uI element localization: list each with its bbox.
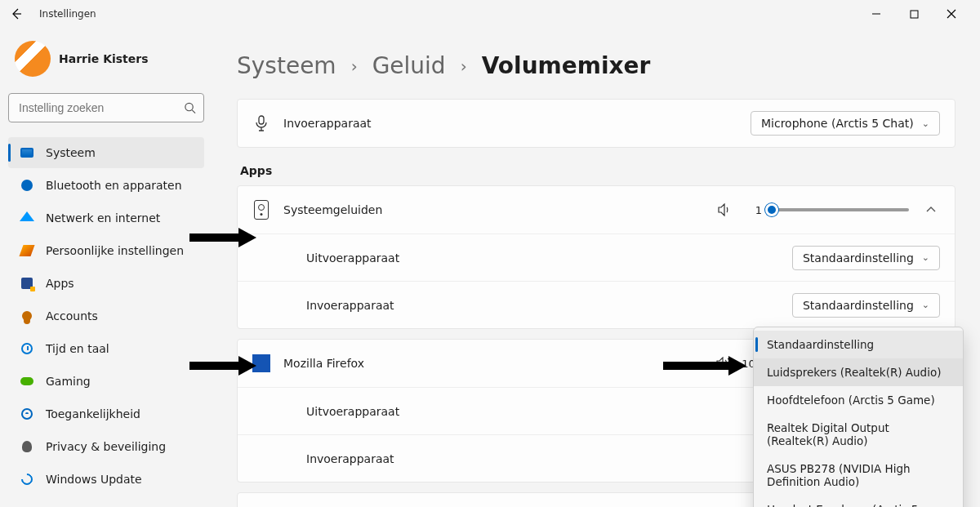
app-name: Systeemgeluiden: [283, 203, 705, 216]
chevron-right-icon: ›: [351, 56, 358, 76]
chevron-up-icon: [925, 204, 937, 216]
collapse-toggle[interactable]: [922, 201, 940, 219]
avatar: [15, 41, 51, 77]
volume-value: 1: [741, 204, 762, 216]
update-icon: [20, 472, 34, 487]
sidebar-item-label: Bluetooth en apparaten: [46, 179, 182, 192]
chevron-down-icon: ⌄: [922, 118, 929, 129]
volume-control: 1: [718, 203, 909, 216]
accounts-icon: [20, 309, 34, 323]
volume-icon[interactable]: [718, 203, 733, 216]
menu-item[interactable]: ASUS PB278 (NVIDIA High Definition Audio…: [754, 455, 963, 496]
sidebar-item-label: Systeem: [46, 146, 96, 159]
nav-list: Systeem Bluetooth en apparaten Netwerk e…: [8, 137, 204, 495]
chevron-down-icon: ⌄: [922, 252, 929, 263]
gaming-icon: [20, 374, 34, 389]
chevron-right-icon: ›: [461, 56, 467, 76]
sidebar-item-gaming[interactable]: Gaming: [8, 366, 204, 397]
sidebar-item-label: Windows Update: [46, 473, 142, 486]
arrow-left-icon: [10, 7, 23, 20]
user-block[interactable]: Harrie Kisters: [8, 31, 204, 90]
privacy-icon: [20, 439, 34, 454]
sidebar-item-privacy[interactable]: Privacy & beveiliging: [8, 431, 204, 462]
volume-slider[interactable]: [770, 208, 909, 211]
sidebar-item-label: Privacy & beveiliging: [46, 440, 166, 453]
svg-rect-0: [911, 11, 918, 18]
app-name: Mozilla Firefox: [283, 357, 703, 370]
personalize-icon: [20, 243, 34, 258]
menu-item[interactable]: Standaardinstelling: [754, 331, 963, 358]
sidebar-item-label: Accounts: [46, 309, 98, 322]
output-device-label: Uitvoerapparaat: [283, 251, 779, 265]
sidebar-item-accounts[interactable]: Accounts: [8, 300, 204, 331]
menu-item[interactable]: Headset Earphone (Arctis 5 Chat): [754, 496, 963, 507]
apps-heading: Apps: [240, 164, 956, 177]
dropdown-value: Microphone (Arctis 5 Chat): [761, 117, 914, 130]
dropdown-value: Standaardinstelling: [803, 299, 914, 312]
search-box[interactable]: [8, 93, 204, 122]
microphone-icon: [252, 115, 270, 131]
sidebar-item-label: Tijd en taal: [46, 342, 109, 355]
menu-item[interactable]: Realtek Digital Output (Realtek(R) Audio…: [754, 414, 963, 455]
output-device-dropdown[interactable]: Standaardinstelling ⌄: [792, 246, 940, 270]
annotation-arrow: [663, 359, 746, 372]
minimize-icon: [871, 9, 881, 19]
bluetooth-icon: [20, 178, 34, 193]
sidebar-item-persoonlijk[interactable]: Persoonlijke instellingen: [8, 235, 204, 266]
sidebar: Harrie Kisters Systeem Bluetooth en appa…: [0, 28, 212, 507]
input-device-card: Invoerapparaat Microphone (Arctis 5 Chat…: [237, 99, 956, 148]
input-device-dropdown[interactable]: Microphone (Arctis 5 Chat) ⌄: [751, 111, 940, 136]
sidebar-item-toegankelijkheid[interactable]: Toegankelijkheid: [8, 398, 204, 429]
system-icon: [20, 145, 34, 160]
app-card-systeemgeluiden: Systeemgeluiden 1 Uitvoerappa: [237, 185, 956, 329]
app-input-row: Invoerapparaat Standaardinstelling ⌄: [238, 281, 955, 328]
sidebar-item-bluetooth[interactable]: Bluetooth en apparaten: [8, 170, 204, 201]
menu-item[interactable]: Luidsprekers (Realtek(R) Audio): [754, 358, 963, 386]
crumb-systeem[interactable]: Systeem: [237, 52, 336, 79]
sidebar-item-netwerk[interactable]: Netwerk en internet: [8, 202, 204, 233]
sidebar-item-label: Toegankelijkheid: [46, 407, 140, 420]
time-icon: [20, 341, 34, 356]
sidebar-item-label: Apps: [46, 277, 74, 290]
menu-item[interactable]: Hoofdtelefoon (Arctis 5 Game): [754, 386, 963, 414]
annotation-arrow: [189, 231, 256, 244]
apps-icon: [20, 276, 34, 291]
sidebar-item-label: Netwerk en internet: [46, 211, 160, 225]
crumb-geluid[interactable]: Geluid: [372, 52, 446, 79]
dropdown-value: Standaardinstelling: [803, 251, 914, 265]
close-icon: [947, 9, 956, 19]
svg-rect-2: [259, 116, 264, 124]
chevron-down-icon: ⌄: [922, 300, 929, 310]
breadcrumb: Systeem › Geluid › Volumemixer: [237, 52, 956, 79]
output-device-menu: Standaardinstelling Luidsprekers (Realte…: [753, 327, 964, 507]
back-button[interactable]: [10, 7, 23, 20]
accessibility-icon: [20, 407, 34, 421]
sidebar-item-apps[interactable]: Apps: [8, 268, 204, 299]
maximize-button[interactable]: [895, 2, 933, 26]
input-device-label: Invoerapparaat: [283, 299, 779, 312]
username: Harrie Kisters: [59, 52, 149, 65]
input-device-dropdown[interactable]: Standaardinstelling ⌄: [792, 293, 940, 318]
network-icon: [20, 211, 34, 225]
sidebar-item-update[interactable]: Windows Update: [8, 464, 204, 495]
app-title: Instellingen: [39, 8, 96, 20]
close-button[interactable]: [933, 2, 970, 26]
sidebar-item-label: Persoonlijke instellingen: [46, 244, 184, 257]
search-input[interactable]: [8, 93, 204, 122]
sidebar-item-tijd[interactable]: Tijd en taal: [8, 333, 204, 364]
maximize-icon: [910, 10, 919, 19]
app-output-row: Uitvoerapparaat Standaardinstelling ⌄: [238, 233, 955, 281]
sidebar-item-label: Gaming: [46, 375, 91, 388]
speaker-device-icon: [252, 200, 270, 220]
titlebar: Instellingen: [0, 0, 980, 28]
input-device-label: Invoerapparaat: [283, 117, 737, 130]
sidebar-item-systeem[interactable]: Systeem: [8, 137, 204, 168]
annotation-arrow: [189, 359, 256, 372]
minimize-button[interactable]: [858, 2, 895, 26]
crumb-volumemixer: Volumemixer: [482, 52, 651, 79]
